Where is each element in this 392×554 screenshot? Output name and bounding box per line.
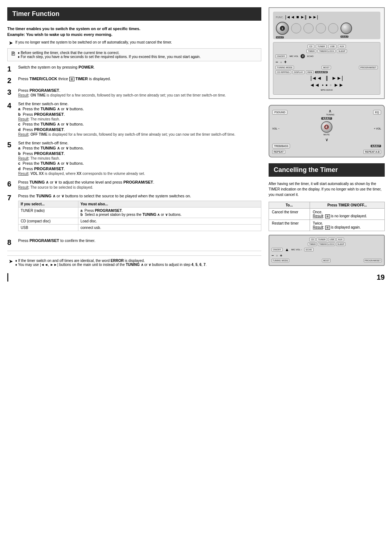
remote-image: PSOUND ∧ TUNING EQ 4,5,6,7 VOL −	[269, 105, 385, 157]
left-column: Timer Function The timer enables you to …	[7, 7, 261, 270]
page-number: 19	[377, 273, 385, 282]
table-row-cd: CD (compact disc) Load disc.	[19, 218, 261, 225]
step-5a-text: Press the TUNING ∧ or ∨ buttons.	[23, 146, 84, 151]
bottom-note-error: ♦ If the timer switch on and off times a…	[15, 259, 207, 263]
step-5a-label: a	[18, 146, 20, 151]
restart-timer-label: Restart the timer	[269, 220, 310, 231]
tape-note-bullet-2: ♦ For each step, you have a few seconds …	[18, 55, 201, 59]
step-2: 2 Press TIMER/CLOCK thrice ⊞ TIMER is di…	[7, 77, 261, 85]
arrow-icon: ➤	[9, 40, 13, 45]
tuner-label: TUNER (radio)	[19, 208, 78, 218]
step-5c-text: Press the TUNING ∧ or ∨ buttons.	[23, 161, 84, 166]
step-8-content: Press PROGRAM/SET to confirm the timer.	[18, 238, 261, 243]
tape-note-content: ♦ Before setting the timer, check that t…	[18, 51, 201, 59]
step-5b-text: Press PROGRAM/SET.	[23, 151, 65, 156]
step-1-content: Switch the system on by pressing POWER.	[18, 65, 261, 70]
timer-function-header: Timer Function	[7, 7, 261, 21]
step-5b-result: Result: The minutes flash.	[18, 156, 261, 160]
intro-bold-text: The timer enables you to switch the syst…	[7, 26, 261, 31]
step-4-number: 4	[7, 102, 15, 110]
cancel-timer-result: Result: ⊞ is no longer displayed.	[313, 214, 367, 218]
step-4b-label: b	[18, 112, 21, 116]
step-4d-text: Press PROGRAM/SET.	[23, 127, 65, 132]
step-2-number: 2	[7, 77, 15, 85]
usb-instructions: connect usb.	[78, 225, 261, 231]
cancel-timer-table: To... Press TIMER ON/OFF... Cancel the t…	[269, 202, 385, 231]
cancel-timer-instructions: Once. Result: ⊞ is no longer displayed.	[310, 209, 384, 220]
cancel-col-press: Press TIMER ON/OFF...	[310, 202, 384, 209]
right-column: FUNC. |◄◄ ■ ►‖ ►►| 1 4,5,6,7	[269, 7, 385, 270]
step-5-number: 5	[7, 141, 15, 149]
step-4c: c Press the TUNING ∧ or ∨ buttons.	[18, 122, 261, 127]
step-4a: a Press the TUNING ∧ or ∨ buttons.	[18, 107, 261, 111]
tape-icon: 🖹	[11, 51, 16, 57]
step-5c-label: c	[18, 161, 20, 166]
bottom-note-1: ➤ ♦ If the timer switch on and off times…	[7, 259, 261, 267]
step-6-result: Result: The source to be selected is dis…	[18, 185, 261, 189]
step-2-content: Press TIMER/CLOCK thrice ⊞ TIMER is disp…	[18, 77, 261, 82]
step-3-result: Result: ON TIME is displayed for a few s…	[18, 93, 261, 97]
step-4a-label: a	[18, 107, 20, 111]
step-8-text: Press PROGRAM/SET to confirm the timer.	[18, 238, 261, 243]
step-7: 7 Press the TUNING ∧ or ∨ buttons to sel…	[7, 194, 261, 235]
cancel-col-to: To...	[269, 202, 310, 209]
step-1: 1 Switch the system on by pressing POWER…	[7, 65, 261, 73]
step-7-number: 7	[7, 194, 15, 202]
cd-instructions: Load disc.	[78, 218, 261, 225]
step-1-text: Switch the system on by pressing POWER.	[18, 65, 261, 69]
step-4-main: Set the timer switch-on time.	[18, 102, 261, 106]
bottom-unit-image: CD TUNER USB AUX TIMER TIMER/CLOCK SLEEP…	[269, 235, 385, 266]
step-7-text: Press the TUNING ∧ or ∨ buttons to selec…	[18, 194, 261, 198]
step-4: 4 Set the timer switch-on time. a Press …	[7, 102, 261, 137]
tuner-instructions: a Press PROGRAM/SET. b Select a preset s…	[78, 208, 261, 218]
step-7-table: If you select... You must also... TUNER …	[18, 201, 261, 231]
step-4a-text: Press the TUNING ∧ or ∨ buttons.	[23, 107, 84, 111]
step-5d-result: Result: VOL XX is displayed, where XX co…	[18, 172, 261, 176]
step-3-content: Press PROGRAM/SET. Result: ON TIME is di…	[18, 88, 261, 98]
col-you-must-also: You must also...	[78, 201, 261, 208]
cancelling-title: Cancelling the Timer	[274, 166, 338, 173]
step-4c-label: c	[18, 122, 20, 127]
step-8: 8 Press PROGRAM/SET to confirm the timer…	[7, 238, 261, 246]
step-3: 3 Press PROGRAM/SET. Result: ON TIME is …	[7, 88, 261, 98]
step-5b: b Press PROGRAM/SET.	[18, 151, 261, 156]
step-5: 5 Set the timer switch-off time. a Press…	[7, 141, 261, 176]
bottom-arrow-icon: ➤	[9, 259, 13, 264]
step-4b-text: Press PROGRAM/SET.	[23, 112, 65, 116]
cancel-row-1: Cancel the timer Once. Result: ⊞ is no l…	[269, 209, 385, 220]
cd-label: CD (compact disc)	[19, 218, 78, 225]
step-5d-label: d	[18, 167, 21, 171]
table-row-usb: USB connect usb.	[19, 225, 261, 231]
table-row-tuner: TUNER (radio) a Press PROGRAM/SET. b Sel…	[19, 208, 261, 218]
cancel-timer-label: Cancel the timer	[269, 209, 310, 220]
restart-timer-instructions: Twice. Result: ⊞ is displayed again.	[310, 220, 384, 231]
restart-timer-result: Result: ⊞ is displayed again.	[313, 225, 361, 229]
step-4d-result: Result: OFF TIME is displayed for a few …	[18, 132, 261, 136]
step-5-main: Set the timer switch-off time.	[18, 141, 261, 145]
step-5d-text: Press PROGRAM/SET.	[23, 167, 65, 171]
bottom-note-text: ♦ If the timer switch on and off times a…	[15, 259, 207, 267]
restart-row-1: Restart the timer Twice. Result: ⊞ is di…	[269, 220, 385, 231]
tape-note-bullet-1: ♦ Before setting the timer, check that t…	[18, 51, 201, 55]
arrow-note: ➤ If you no longer want the system to be…	[7, 40, 261, 45]
step-7-content: Press the TUNING ∧ or ∨ buttons to selec…	[18, 194, 261, 235]
step-3-text: Press PROGRAM/SET.	[18, 88, 261, 93]
step-6-text: Press TUNING ∧ or ∨ to adjust the volume…	[18, 180, 261, 185]
step-5c: c Press the TUNING ∧ or ∨ buttons.	[18, 161, 261, 166]
step-4-content: Set the timer switch-on time. a Press th…	[18, 102, 261, 137]
intro-example: Example: You wish to wake up to music ev…	[7, 32, 261, 37]
bottom-notes: ➤ ♦ If the timer switch on and off times…	[7, 255, 261, 267]
step-4b-result: Result: The minutes flash.	[18, 117, 261, 121]
step-4d-label: d	[18, 127, 21, 132]
step-6-content: Press TUNING ∧ or ∨ to adjust the volume…	[18, 180, 261, 190]
bottom-divider	[7, 251, 261, 251]
col-if-you-select: If you select...	[19, 201, 78, 208]
step-5a: a Press the TUNING ∧ or ∨ buttons.	[18, 146, 261, 151]
step-3-number: 3	[7, 88, 15, 96]
step-5b-label: b	[18, 151, 21, 156]
step-4b: b Press PROGRAM/SET.	[18, 112, 261, 116]
main-unit-image: FUNC. |◄◄ ■ ►‖ ►►| 1 4,5,6,7	[269, 7, 385, 99]
step-8-number: 8	[7, 238, 15, 246]
cancelling-intro: After having set the timer, it will star…	[269, 181, 385, 197]
tape-note: 🖹 ♦ Before setting the timer, check that…	[7, 48, 261, 61]
